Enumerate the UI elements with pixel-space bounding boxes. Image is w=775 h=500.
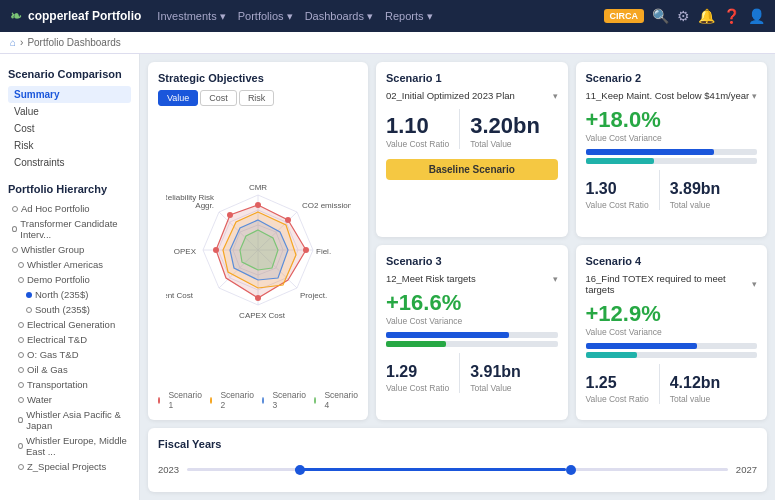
tab-cost[interactable]: Cost (200, 90, 237, 106)
strategic-objectives-card: Strategic Objectives Value Cost Risk (148, 62, 368, 420)
scenario4-label1: Value Cost Ratio (586, 394, 649, 404)
scenario4-metric1: 1.25 Value Cost Ratio (586, 374, 649, 404)
list-item[interactable]: Demo Portfolio (8, 272, 131, 287)
radar-legend: Scenario 1 Scenario 2 Scenario 3 Scenari… (158, 390, 358, 410)
dot-icon (18, 277, 24, 283)
scenario4-bar2-fill (586, 352, 637, 358)
radar-chart: CMR CO2 emissions Fiel. Project. CAPEX C… (158, 112, 358, 386)
scenario3-card: Scenario 3 12_Meet Risk targets ▾ +16.6%… (376, 245, 568, 420)
scenario4-bar2-bg (586, 352, 758, 358)
slider-thumb-left[interactable] (295, 465, 305, 475)
list-item[interactable]: South (235$) (8, 302, 131, 317)
baseline-button[interactable]: Baseline Scenario (386, 159, 558, 180)
scenario4-metric2: 4.12bn Total value (670, 374, 721, 404)
scenario3-name: 12_Meet Risk targets ▾ (386, 273, 558, 284)
tab-risk[interactable]: Risk (239, 90, 275, 106)
fiscal-year-end: 2027 (736, 464, 757, 475)
scenario2-bar2-bg (586, 158, 758, 164)
fiscal-title: Fiscal Years (158, 438, 757, 450)
fiscal-years-card: Fiscal Years 2023 2027 (148, 428, 767, 492)
chevron-down-icon[interactable]: ▾ (553, 274, 558, 284)
home-icon[interactable]: ⌂ (10, 37, 16, 48)
scenario3-label2: Total Value (470, 383, 521, 393)
list-item[interactable]: O: Gas T&D (8, 347, 131, 362)
chevron-down-icon[interactable]: ▾ (553, 91, 558, 101)
scenario2-metric2: 3.89bn Total value (670, 180, 721, 210)
svg-text:Project.: Project. (300, 291, 327, 300)
fiscal-slider: 2023 2027 (158, 464, 757, 475)
scenario3-title: Scenario 3 (386, 255, 442, 267)
user-icon[interactable]: 👤 (748, 8, 765, 24)
list-item[interactable]: Ad Hoc Portfolio (8, 201, 131, 216)
bell-icon[interactable]: 🔔 (698, 8, 715, 24)
legend-s1: Scenario 1 (168, 390, 202, 410)
scenario3-bar2-fill (386, 341, 446, 347)
scenario3-bar1-fill (386, 332, 509, 338)
scenario1-header: Scenario 1 (386, 72, 558, 84)
list-item[interactable]: Whistler Asia Pacific & Japan (8, 407, 131, 433)
legend-s3-dot (262, 397, 264, 404)
sidebar-cost[interactable]: Cost (8, 120, 131, 137)
scenario3-value1: 1.29 (386, 363, 449, 381)
chevron-down-icon[interactable]: ▾ (752, 91, 757, 101)
scenario4-value2: 4.12bn (670, 374, 721, 392)
slider-thumb-right[interactable] (566, 465, 576, 475)
nav-menu: Investments ▾ Portfolios ▾ Dashboards ▾ … (157, 10, 432, 23)
list-item[interactable]: Electrical Generation (8, 317, 131, 332)
svg-text:Aggr.: Aggr. (195, 201, 214, 210)
scenario1-name: 02_Initial Optimized 2023 Plan ▾ (386, 90, 558, 101)
dot-icon (12, 206, 18, 212)
dot-icon (18, 417, 23, 423)
list-item[interactable]: North (235$) (8, 287, 131, 302)
scenario1-label2: Total Value (470, 139, 540, 149)
list-item[interactable]: Z_Special Projects (8, 459, 131, 474)
nav-dashboards[interactable]: Dashboards ▾ (305, 10, 373, 23)
nav-reports[interactable]: Reports ▾ (385, 10, 433, 23)
metric-divider (459, 353, 460, 393)
slider-track[interactable] (187, 468, 728, 471)
list-item[interactable]: Whistler Europe, Middle East ... (8, 433, 131, 459)
sidebar-risk[interactable]: Risk (8, 137, 131, 154)
scenario3-variance-label: Value Cost Variance (386, 316, 558, 326)
nav-right: CIRCA 🔍 ⚙ 🔔 ❓ 👤 (604, 8, 766, 24)
circa-badge[interactable]: CIRCA (604, 9, 645, 23)
tab-value[interactable]: Value (158, 90, 198, 106)
sidebar-value[interactable]: Value (8, 103, 131, 120)
list-item[interactable]: Electrical T&D (8, 332, 131, 347)
scenario4-metrics: 1.25 Value Cost Ratio 4.12bn Total value (586, 364, 758, 404)
svg-text:Fiel.: Fiel. (316, 247, 331, 256)
scenario2-variance: +18.0% (586, 109, 758, 131)
legend-s2: Scenario 2 (220, 390, 254, 410)
dot-icon (18, 352, 24, 358)
svg-point-17 (303, 247, 309, 253)
nav-portfolios[interactable]: Portfolios ▾ (238, 10, 293, 23)
scenario3-bar2-bg (386, 341, 558, 347)
svg-text:OPEX: OPEX (173, 247, 196, 256)
scenario3-value2: 3.91bn (470, 363, 521, 381)
nav-investments[interactable]: Investments ▾ (157, 10, 225, 23)
fiscal-year-start: 2023 (158, 464, 179, 475)
list-item[interactable]: Transportation (8, 377, 131, 392)
chevron-down-icon[interactable]: ▾ (752, 279, 757, 289)
scenario4-header: Scenario 4 (586, 255, 758, 267)
search-icon[interactable]: 🔍 (652, 8, 669, 24)
settings-icon[interactable]: ⚙ (677, 8, 690, 24)
scenario4-bars (586, 343, 758, 358)
sidebar-summary[interactable]: Summary (8, 86, 131, 103)
scenario4-bar1-bg (586, 343, 758, 349)
svg-point-16 (285, 217, 291, 223)
list-item[interactable]: Water (8, 392, 131, 407)
list-item[interactable]: Transformer Candidate Interv... (8, 216, 131, 242)
scenario2-value1: 1.30 (586, 180, 649, 198)
breadcrumb-current: Portfolio Dashboards (27, 37, 120, 48)
logo-text: copperleaf Portfolio (28, 9, 141, 23)
sidebar-constraints[interactable]: Constraints (8, 154, 131, 171)
help-icon[interactable]: ❓ (723, 8, 740, 24)
list-item[interactable]: Whistler Group (8, 242, 131, 257)
scenario3-metric2: 3.91bn Total Value (470, 363, 521, 393)
list-item[interactable]: Oil & Gas (8, 362, 131, 377)
scenarios-area: Scenario 1 02_Initial Optimized 2023 Pla… (376, 62, 767, 420)
scenario2-card: Scenario 2 11_Keep Maint. Cost below $41… (576, 62, 768, 237)
scenario4-value1: 1.25 (586, 374, 649, 392)
list-item[interactable]: Whistler Americas (8, 257, 131, 272)
